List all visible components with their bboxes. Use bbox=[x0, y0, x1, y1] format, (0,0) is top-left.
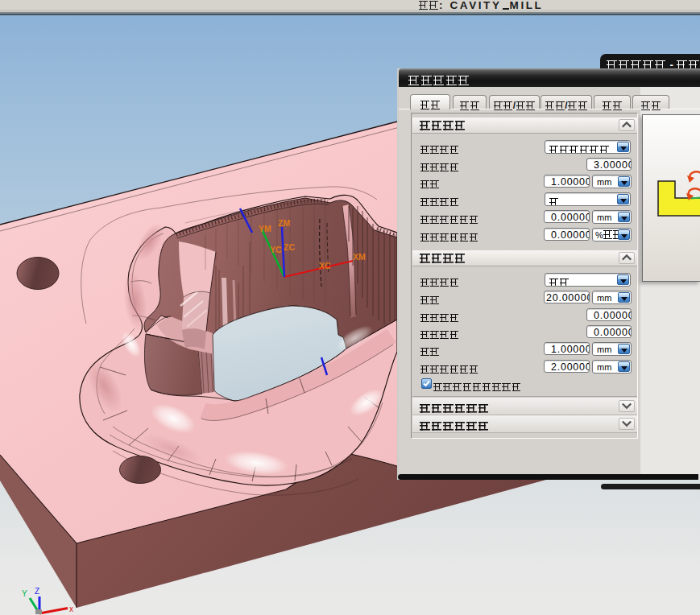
svg-text:Z: Z bbox=[35, 587, 39, 596]
svg-text:ZC: ZC bbox=[284, 242, 295, 252]
svg-text:x: x bbox=[69, 605, 73, 613]
svg-text:YM: YM bbox=[259, 224, 271, 233]
svg-text:YC: YC bbox=[270, 245, 282, 254]
svg-text:ZM: ZM bbox=[278, 218, 290, 228]
svg-text:XC: XC bbox=[319, 261, 331, 270]
svg-text:XM: XM bbox=[353, 252, 366, 262]
svg-text:Y: Y bbox=[22, 589, 27, 598]
